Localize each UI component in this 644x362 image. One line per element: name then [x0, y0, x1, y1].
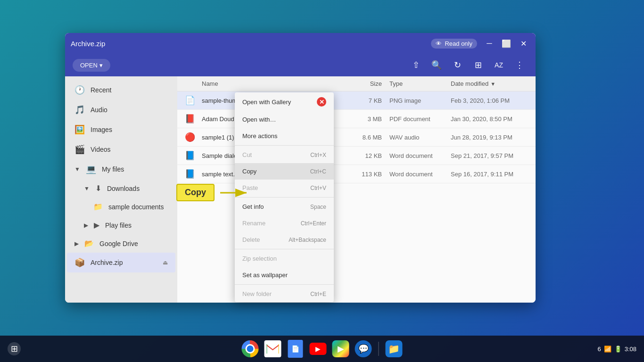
col-size-header: Size [344, 80, 382, 87]
sidebar-item-archive[interactable]: 📦 Archive.zip ⏏ [67, 253, 175, 272]
ctx-cut: Cut Ctrl+X [235, 147, 334, 163]
ctx-open-with[interactable]: Open with… [235, 111, 334, 128]
view-toggle-button[interactable]: ⊞ [470, 57, 487, 74]
file-list-header: Name Size Type Date modified ▼ [177, 76, 536, 91]
chevron-down-icon: ▼ [74, 166, 80, 173]
eject-icon: ⏏ [163, 259, 168, 266]
launcher-button[interactable]: ⊞ [8, 342, 21, 355]
minimize-button[interactable]: ─ [483, 37, 496, 50]
time: 3:08 [625, 346, 636, 353]
messages-app-icon[interactable]: 💬 [354, 339, 373, 358]
images-icon: 🖼️ [74, 124, 85, 135]
sidebar-item-googledrive[interactable]: ▶ 📂 Google Drive [67, 234, 175, 253]
sidebar: 🕐 Recent 🎵 Audio 🖼️ Images 🎬 Videos [65, 76, 177, 303]
readonly-badge: 👁 Read only [431, 39, 477, 49]
sidebar-item-recent[interactable]: 🕐 Recent [67, 80, 175, 100]
open-button[interactable]: OPEN ▾ [73, 59, 110, 72]
ctx-get-info-label: Get info [242, 203, 264, 210]
taskbar-right: 6 📶 🔋 3:08 [597, 346, 636, 353]
ctx-divider-1 [235, 145, 334, 146]
taskbar-left: ⊞ [8, 342, 21, 355]
myfiles-icon: 💻 [86, 164, 96, 174]
chevron-right-icon-play: ▶ [84, 222, 88, 229]
ctx-copy-label: Copy [242, 168, 256, 175]
sort-arrow-icon: ▼ [490, 81, 495, 87]
file-row[interactable]: 📕 Adam Doud W... 3 MB PDF document Jan 3… [177, 110, 536, 128]
ctx-rename-shortcut: Ctrl+Enter [301, 220, 326, 227]
col-date-header: Date modified ▼ [443, 80, 528, 87]
downloads-icon: ⬇ [95, 184, 101, 193]
sidebar-item-audio[interactable]: 🎵 Audio [67, 100, 175, 120]
copy-label: Copy [176, 184, 215, 201]
sidebar-item-myfiles[interactable]: ▼ 💻 My files [67, 159, 175, 179]
file-row[interactable]: 🔴 sample1 (1).w... 8.6 MB WAV audio Jun … [177, 128, 536, 147]
ctx-copy-shortcut: Ctrl+C [310, 168, 326, 175]
battery-level: 6 [597, 346, 601, 353]
file-icon-png: 📄 [185, 95, 198, 106]
wifi-icon: 📶 [604, 346, 611, 353]
refresh-button[interactable]: ↻ [449, 57, 466, 74]
files-app-icon[interactable]: 📁 [385, 339, 404, 358]
sidebar-item-playfiles[interactable]: ▶ ▶ Play files [67, 216, 175, 234]
recent-icon: 🕐 [74, 85, 85, 95]
ctx-open-with-label: Open with… [242, 116, 276, 123]
copy-annotation: Copy [176, 184, 251, 201]
taskbar-apps: 📄 ▶ ▶ 💬 [241, 339, 404, 358]
file-row[interactable]: 📘 Sample dialo... 12 KB Word document Se… [177, 147, 536, 165]
battery-icon: 🔋 [614, 346, 622, 353]
close-button[interactable]: ✕ [517, 37, 530, 50]
ctx-wallpaper[interactable]: Set as wallpaper [235, 267, 334, 283]
docs-app-icon[interactable]: 📄 [286, 339, 305, 358]
toolbar: OPEN ▾ ⇧ 🔍 ↻ ⊞ AZ ⋮ [65, 54, 536, 76]
ctx-divider-3 [235, 249, 334, 249]
play-icon: ▶ [94, 221, 99, 230]
window-controls: ─ ⬜ ✕ [483, 37, 530, 50]
file-row[interactable]: 📘 sample text.d... 113 KB Word document … [177, 165, 536, 183]
maximize-button[interactable]: ⬜ [500, 37, 513, 50]
ctx-rename: Rename Ctrl+Enter [235, 215, 334, 231]
taskbar: ⊞ 📄 [0, 336, 644, 362]
ctx-close-icon: ✕ [317, 97, 326, 107]
ctx-get-info-shortcut: Space [310, 204, 326, 210]
file-row[interactable]: 📄 sample-thum... 7 KB PNG image Feb 3, 2… [177, 91, 536, 110]
col-type-header: Type [382, 80, 443, 87]
sort-button[interactable]: AZ [490, 57, 507, 74]
ctx-divider-4 [235, 284, 334, 285]
taskbar-divider [379, 342, 379, 356]
gmail-app-icon[interactable] [264, 339, 282, 358]
ctx-wallpaper-label: Set as wallpaper [242, 272, 288, 279]
copy-arrow-icon [218, 187, 251, 198]
search-button[interactable]: 🔍 [428, 57, 445, 74]
window-title: Archive.zip [71, 40, 425, 48]
youtube-app-icon[interactable]: ▶ [309, 339, 328, 358]
sidebar-item-videos[interactable]: 🎬 Videos [67, 140, 175, 159]
svg-rect-2 [267, 344, 279, 354]
file-icon-wav: 🔴 [185, 132, 198, 142]
ctx-more-actions-label: More actions [242, 132, 277, 140]
ctx-delete-shortcut: Alt+Backspace [289, 237, 326, 243]
playstore-app-icon[interactable]: ▶ [331, 339, 350, 358]
sidebar-item-sample-docs[interactable]: 📁 sample documents [67, 197, 175, 216]
videos-icon: 🎬 [74, 144, 85, 155]
ctx-open-gallery-label: Open with Gallery [242, 99, 291, 106]
ctx-copy[interactable]: Copy Ctrl+C [235, 163, 334, 180]
file-icon-doc2: 📘 [185, 169, 198, 179]
system-tray: 6 📶 🔋 3:08 [597, 346, 636, 353]
ctx-zip: Zip selection [235, 250, 334, 267]
sidebar-item-downloads[interactable]: ▼ ⬇ Downloads [67, 179, 175, 197]
col-name-header: Name [202, 80, 344, 87]
ctx-rename-label: Rename [242, 220, 265, 227]
share-button[interactable]: ⇧ [407, 57, 424, 74]
sidebar-item-images[interactable]: 🖼️ Images [67, 120, 175, 140]
file-icon-doc1: 📘 [185, 150, 198, 161]
ctx-open-gallery[interactable]: Open with Gallery ✕ [235, 92, 334, 111]
ctx-more-actions[interactable]: More actions [235, 128, 334, 144]
ctx-cut-shortcut: Ctrl+X [310, 152, 326, 158]
drive-icon: 📂 [84, 239, 94, 248]
ctx-delete-label: Delete [242, 236, 260, 243]
chrome-app-icon[interactable] [241, 339, 260, 358]
chevron-right-icon-drive: ▶ [74, 240, 79, 247]
ctx-paste-shortcut: Ctrl+V [310, 185, 326, 191]
more-options-button[interactable]: ⋮ [511, 57, 528, 74]
ctx-zip-label: Zip selection [242, 255, 277, 262]
